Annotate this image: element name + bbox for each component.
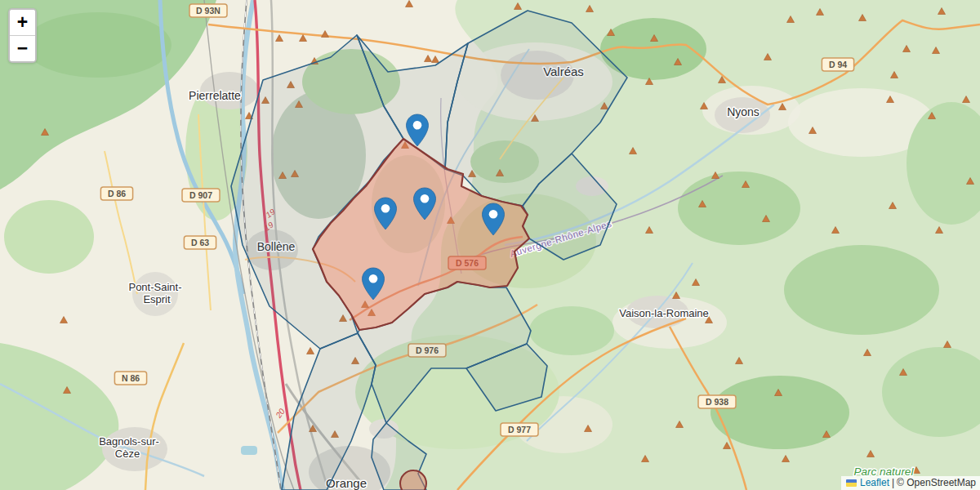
basemap-tiles: D 93ND 94D 86D 907D 63N 86D 576D 976D 97… <box>0 0 980 490</box>
svg-text:D 94: D 94 <box>829 60 847 69</box>
zoom-out-button[interactable]: − <box>10 36 35 61</box>
svg-text:D 977: D 977 <box>508 425 531 434</box>
attribution-bar: Leaflet|© OpenStreetMap <box>841 476 980 490</box>
ukraine-flag-icon <box>846 479 857 487</box>
svg-text:D 907: D 907 <box>189 190 212 200</box>
forest <box>4 200 94 274</box>
map-pin-hole <box>413 121 422 130</box>
osm-attribution[interactable]: © OpenStreetMap <box>897 477 976 488</box>
road-shield: D 63 <box>184 236 216 249</box>
forest <box>784 245 939 335</box>
forest <box>678 172 800 245</box>
road-shield: D 94 <box>822 58 853 71</box>
attribution-separator: | <box>892 477 894 488</box>
forest <box>710 376 849 449</box>
svg-text:D 86: D 86 <box>108 189 126 198</box>
road-shield: N 86 <box>114 372 146 385</box>
road-shield: D 977 <box>501 423 538 436</box>
road-shield: D 86 <box>100 187 132 200</box>
zoom-in-button[interactable]: + <box>10 10 35 35</box>
forest <box>529 306 614 355</box>
road-shield: D 907 <box>182 189 220 202</box>
forest <box>24 12 172 78</box>
town-label: Cèze <box>115 448 140 460</box>
svg-text:D 63: D 63 <box>191 238 209 247</box>
svg-text:D 938: D 938 <box>706 397 728 407</box>
leaflet-map[interactable]: D 93ND 94D 86D 907D 63N 86D 576D 976D 97… <box>0 0 980 490</box>
lake <box>241 446 257 455</box>
selected-area-secondary[interactable] <box>400 470 426 490</box>
road-shield: D 938 <box>698 395 736 408</box>
zoom-control: + − <box>8 8 37 63</box>
svg-text:N 86: N 86 <box>122 373 140 383</box>
town-label: Vaison-la-Romaine <box>619 307 709 319</box>
town-label: Esprit <box>143 293 171 305</box>
town-label: Pierrelatte <box>189 89 241 102</box>
map-pin-hole <box>489 210 498 219</box>
map-pin-hole <box>381 204 390 213</box>
road-shield: D 93N <box>189 4 227 17</box>
leaflet-link[interactable]: Leaflet <box>860 477 889 488</box>
map-pin-hole <box>369 274 378 283</box>
svg-text:D 93N: D 93N <box>196 6 220 16</box>
town-label: Pont-Saint- <box>128 281 181 293</box>
town-label: Bagnols-sur- <box>99 435 159 448</box>
town-label: Nyons <box>727 105 760 118</box>
map-pin-hole <box>421 194 430 203</box>
